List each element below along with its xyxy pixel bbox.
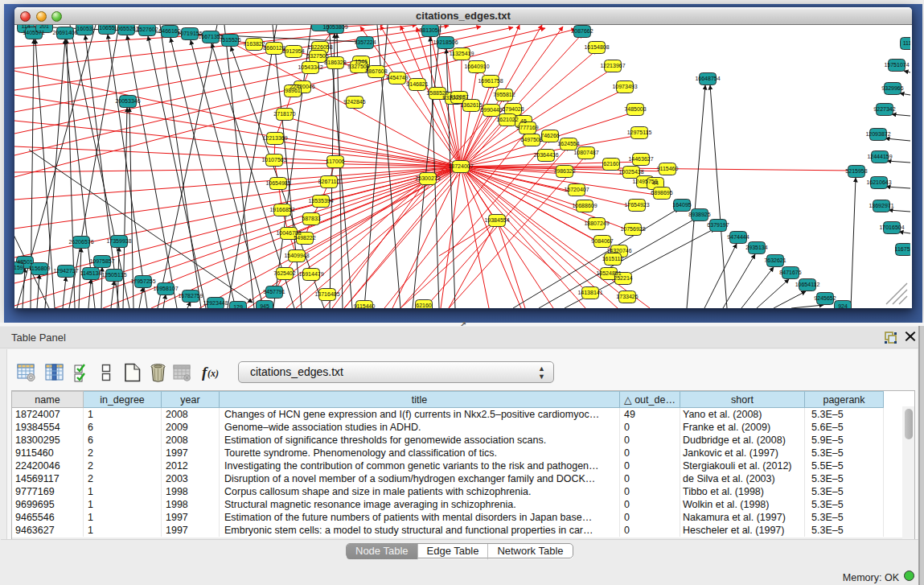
svg-text:62160: 62160 [603,161,619,167]
svg-text:412037: 412037 [450,94,468,100]
svg-text:10975857: 10975857 [89,258,114,264]
svg-text:7163822: 7163822 [243,41,265,47]
svg-text:924: 924 [838,303,848,308]
svg-text:14138141: 14138141 [577,290,602,295]
svg-text:18724007: 18724007 [448,163,473,169]
svg-text:7357224: 7357224 [354,39,376,45]
svg-text:8454749: 8454749 [386,75,408,80]
svg-text:9115460: 9115460 [657,166,679,171]
svg-text:9474444: 9474444 [727,234,749,240]
svg-text:1624554: 1624554 [557,141,579,146]
svg-text:6990443: 6990443 [480,107,502,113]
svg-text:16914479: 16914479 [298,271,323,277]
svg-text:2087662: 2087662 [571,28,593,34]
svg-text:12923448: 12923448 [203,300,228,306]
svg-text:1145134: 1145134 [80,270,102,276]
svg-text:19384554: 19384554 [484,217,509,223]
svg-text:9327505: 9327505 [306,53,328,59]
svg-text:16961758: 16961758 [478,78,503,84]
svg-text:45: 45 [520,118,527,124]
svg-text:9227342: 9227342 [873,106,895,112]
svg-text:25300273: 25300273 [415,175,440,181]
svg-text:1362615: 1362615 [460,102,482,108]
svg-text:9146821: 9146821 [406,81,428,87]
svg-text:6794028: 6794028 [502,106,524,112]
svg-text:17016504: 17016504 [879,225,904,230]
svg-text:39159: 39159 [14,265,23,270]
svg-text:116753: 116753 [895,246,910,252]
svg-text:6898695: 6898695 [651,190,672,196]
svg-text:15720407: 15720407 [564,187,589,192]
svg-text:44: 44 [652,180,659,186]
svg-text:7625402: 7625402 [273,270,295,276]
svg-text:2935134: 2935134 [745,245,767,250]
svg-text:62160: 62160 [416,303,432,308]
svg-text:20053346: 20053346 [115,98,140,104]
svg-text:587833: 587833 [302,216,320,221]
svg-text:12942737: 12942737 [53,268,78,274]
svg-text:6379197: 6379197 [707,222,729,228]
svg-text:20364436: 20364436 [533,152,558,158]
svg-text:14320746: 14320746 [606,248,631,253]
svg-text:1621022: 1621022 [496,117,518,122]
svg-text:10655: 10655 [99,25,115,31]
svg-text:(x): (x) [207,368,219,379]
svg-text:8471676: 8471676 [779,270,801,275]
svg-text:12444159: 12444159 [867,154,892,159]
svg-text:19218506: 19218506 [433,39,458,45]
svg-text:48501: 48501 [17,259,33,265]
svg-text:8186328: 8186328 [324,60,346,65]
svg-text:12975115: 12975115 [627,130,652,135]
svg-text:1405571: 1405571 [23,30,44,35]
svg-text:10807487: 10807487 [573,150,598,155]
svg-text:746266: 746266 [540,133,559,138]
svg-text:17359938: 17359938 [106,238,131,244]
svg-text:945: 945 [260,303,269,308]
svg-text:12213369: 12213369 [262,135,287,141]
svg-text:10688609: 10688609 [572,203,597,208]
svg-text:5498222: 5498222 [294,235,315,241]
svg-text:12505135: 12505135 [101,272,126,278]
svg-text:9329966: 9329966 [881,85,903,91]
svg-text:1117: 1117 [903,40,910,46]
svg-text:9084067: 9084067 [591,238,613,244]
svg-text:1615112: 1615112 [602,256,624,262]
svg-text:16154808: 16154808 [584,44,609,50]
svg-text:10958107: 10958107 [153,286,178,291]
svg-text:13535394: 13535394 [308,198,333,204]
svg-text:5215958: 5215958 [845,168,867,174]
svg-text:16640910: 16640910 [464,64,489,69]
svg-text:8912954: 8912954 [282,48,304,54]
svg-text:114: 114 [21,25,30,29]
svg-text:20691406: 20691406 [52,30,77,35]
svg-text:17654923: 17654923 [624,202,649,208]
svg-text:15409948: 15409948 [284,253,309,258]
svg-text:13692971: 13692971 [869,203,893,208]
svg-text:15751074: 15751074 [884,62,909,68]
svg-text:2867608: 2867608 [365,68,387,74]
svg-text:98961: 98961 [285,88,301,93]
svg-text:1733426: 1733426 [616,294,638,299]
svg-text:10025438: 10025438 [618,169,643,175]
svg-text:26206576: 26206576 [68,239,93,245]
svg-text:252214: 252214 [614,275,632,281]
svg-text:9777169: 9777169 [516,125,538,130]
svg-text:12213967: 12213967 [600,63,625,68]
svg-text:8938925: 8938925 [688,212,710,217]
svg-text:10107563: 10107563 [261,157,286,163]
svg-text:16210643: 16210643 [866,179,891,185]
svg-text:18807249: 18807249 [584,220,609,226]
svg-text:129: 129 [233,304,243,308]
svg-text:9457791: 9457791 [263,289,285,295]
svg-text:13226058: 13226058 [307,44,332,50]
svg-text:8267110: 8267110 [318,179,340,184]
svg-text:164095: 164095 [672,202,691,208]
svg-text:1527602: 1527602 [136,27,158,32]
svg-text:16648754: 16648754 [695,76,720,81]
svg-text:12093872: 12093872 [865,131,890,137]
svg-text:10654112: 10654112 [795,282,820,287]
svg-text:8813054: 8813054 [419,27,441,33]
svg-text:6497508: 6497508 [520,137,542,142]
svg-text:7955812: 7955812 [493,92,515,97]
svg-text:117006: 117006 [326,159,345,164]
